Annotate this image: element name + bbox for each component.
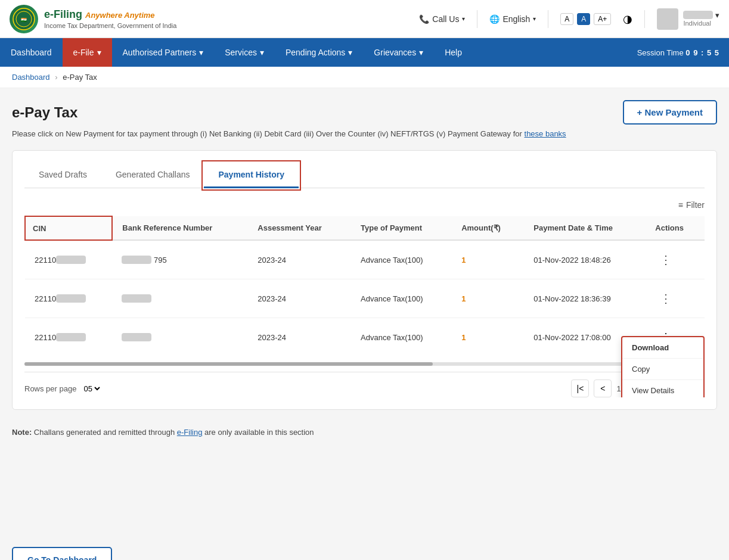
session-info: Session Time 0 9 : 5 5	[628, 38, 729, 67]
cell-payment-type: Advance Tax(100)	[351, 240, 452, 279]
svg-text:🇮🇳: 🇮🇳	[21, 17, 27, 23]
user-area: ▾ Individual	[657, 8, 719, 30]
cin-blurred	[56, 256, 86, 264]
globe-icon: 🌐	[489, 14, 500, 24]
call-us-button[interactable]: 📞 Call Us ▾	[419, 14, 465, 24]
cell-assessment-year: 2023-24	[248, 240, 351, 279]
logo-text: e-Filing Anywhere Anytime Income Tax Dep…	[44, 8, 176, 30]
prev-page-button[interactable]: <	[594, 379, 612, 397]
main-card: Saved Drafts Generated Challans Payment …	[12, 150, 717, 410]
go-to-dashboard-button[interactable]: Go To Dashboard	[12, 547, 112, 560]
tab-payment-history[interactable]: Payment History	[204, 163, 298, 188]
cell-actions: ⋮	[646, 279, 705, 318]
brand-tagline: Anywhere Anytime	[85, 11, 155, 20]
filter-button[interactable]: ≡ Filter	[678, 200, 705, 210]
scroll-track[interactable]	[24, 362, 705, 366]
cin-prefix: 22110	[35, 333, 56, 342]
nav-item-dashboard[interactable]: Dashboard	[0, 38, 63, 67]
page-header: e-Pay Tax + New Payment	[12, 100, 717, 125]
cell-bank-ref	[112, 318, 248, 357]
action-menu-button[interactable]: ⋮	[655, 250, 677, 269]
tab-generated-challans[interactable]: Generated Challans	[101, 163, 204, 188]
cin-prefix: 22110	[35, 294, 56, 303]
note-text: Note: Challans generated and remitted th…	[12, 422, 717, 443]
language-arrow-icon: ▾	[533, 15, 536, 22]
user-info: ▾ Individual	[683, 11, 719, 27]
table-wrapper: CIN Bank Reference Number Assessment Yea…	[24, 216, 705, 397]
breadcrumb-dashboard[interactable]: Dashboard	[12, 73, 50, 82]
breadcrumb-sep: ›	[55, 73, 57, 82]
tab-saved-drafts[interactable]: Saved Drafts	[24, 163, 101, 188]
view-details-item[interactable]: View Details	[622, 380, 703, 397]
font-large-button[interactable]: A+	[594, 13, 611, 25]
nav-bar: Dashboard e-File ▾ Authorised Partners ▾…	[0, 38, 729, 67]
these-banks-link[interactable]: these banks	[525, 129, 566, 138]
cell-amount: 1	[452, 240, 524, 279]
services-arrow-icon: ▾	[260, 48, 264, 57]
efile-arrow-icon: ▾	[97, 48, 101, 57]
phone-icon: 📞	[419, 14, 429, 24]
top-bar: 🇮🇳 e-Filing Anywhere Anytime Income Tax …	[0, 0, 729, 38]
nav-item-authorised-partners[interactable]: Authorised Partners ▾	[112, 38, 215, 67]
cell-actions: ⋮DownloadCopyView Details	[646, 318, 705, 357]
cell-cin: 22110	[25, 279, 112, 318]
brand-name: e-Filing Anywhere Anytime	[44, 8, 176, 21]
font-normal-button[interactable]: A	[577, 13, 590, 25]
tabs: Saved Drafts Generated Challans Payment …	[24, 163, 705, 188]
cell-payment-type: Advance Tax(100)	[351, 318, 452, 357]
grievances-arrow-icon: ▾	[419, 48, 423, 57]
col-payment-type: Type of Payment	[351, 216, 452, 240]
breadcrumb: Dashboard › e-Pay Tax	[0, 67, 729, 88]
new-payment-button[interactable]: + New Payment	[623, 100, 717, 125]
rows-per-page-label: Rows per page	[24, 384, 76, 393]
nav-item-pending-actions[interactable]: Pending Actions ▾	[275, 38, 363, 67]
bank-ref-blurred	[122, 333, 151, 341]
language-button[interactable]: 🌐 English ▾	[489, 14, 536, 24]
font-small-button[interactable]: A	[560, 13, 573, 25]
call-label: Call Us	[432, 14, 459, 24]
rows-per-page-select[interactable]: 05 10 25	[81, 384, 102, 394]
cell-payment-type: Advance Tax(100)	[351, 279, 452, 318]
logo-emblem: 🇮🇳	[10, 5, 38, 33]
col-amount: Amount(₹)	[452, 216, 524, 240]
dropdown-icon: ▾	[715, 11, 719, 20]
action-menu-button[interactable]: ⋮	[655, 289, 677, 308]
download-item[interactable]: Download	[622, 337, 703, 359]
filter-row: ≡ Filter	[24, 200, 705, 210]
amount-value: 1	[461, 294, 466, 303]
language-label: English	[502, 14, 530, 24]
copy-item[interactable]: Copy	[622, 359, 703, 380]
session-time: 0 9 : 5 5	[685, 48, 719, 57]
filter-label: Filter	[686, 200, 705, 210]
efiling-link[interactable]: e-Filing	[177, 428, 203, 437]
table-row: 22110 7952023-24Advance Tax(100)101-Nov-…	[25, 240, 705, 279]
divider2	[548, 10, 548, 28]
font-controls: A A A+	[560, 13, 611, 25]
main-content: e-Pay Tax + New Payment Please click on …	[0, 88, 729, 541]
nav-item-help[interactable]: Help	[434, 38, 473, 67]
amount-value: 1	[461, 256, 466, 265]
nav-item-efile[interactable]: e-File ▾	[63, 38, 112, 67]
table-row: 22110 2023-24Advance Tax(100)101-Nov-202…	[25, 279, 705, 318]
logo-area: 🇮🇳 e-Filing Anywhere Anytime Income Tax …	[10, 5, 176, 33]
breadcrumb-current: e-Pay Tax	[63, 73, 97, 82]
contrast-button[interactable]: ◑	[623, 13, 632, 26]
pending-arrow-icon: ▾	[348, 48, 352, 57]
cin-blurred	[56, 294, 86, 303]
cell-cin: 22110	[25, 318, 112, 357]
nav-item-grievances[interactable]: Grievances ▾	[363, 38, 434, 67]
username: ▾	[683, 11, 719, 20]
filter-icon: ≡	[678, 200, 683, 210]
amount-value: 1	[461, 333, 466, 342]
cin-prefix: 22110	[35, 256, 56, 265]
inline-context-menu: DownloadCopyView Details	[621, 336, 705, 397]
cell-assessment-year: 2023-24	[248, 318, 351, 357]
divider	[477, 10, 477, 28]
session-label: Session Time	[637, 48, 686, 57]
cell-payment-date: 01-Nov-2022 18:36:39	[524, 279, 646, 318]
cell-amount: 1	[452, 318, 524, 357]
first-page-button[interactable]: |<	[571, 379, 589, 397]
payments-table: CIN Bank Reference Number Assessment Yea…	[24, 216, 705, 356]
brand-sub: Income Tax Department, Government of Ind…	[44, 21, 176, 30]
nav-item-services[interactable]: Services ▾	[214, 38, 275, 67]
